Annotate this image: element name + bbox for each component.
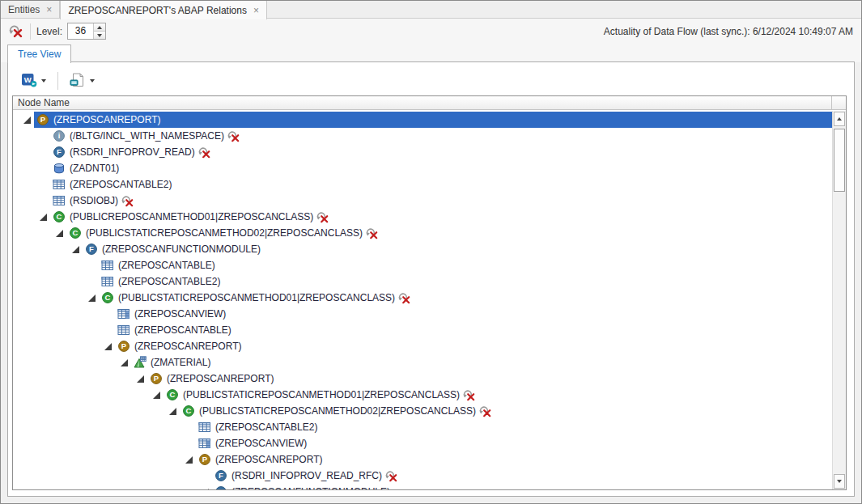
node-label: (ZREPOSCANREPORT) [167, 373, 274, 384]
database-icon [53, 162, 66, 175]
tree-row[interactable]: C(PUBLICSTATICREPOSCANMETHOD02|ZREPOSCAN… [13, 403, 832, 419]
function-icon: F [214, 469, 227, 482]
expander-icon[interactable] [72, 243, 85, 256]
tree-row[interactable]: P(ZREPOSCANREPORT) [13, 371, 832, 387]
column-header-label: Node Name [18, 97, 70, 108]
expander-icon[interactable] [202, 485, 214, 489]
svg-text:F: F [219, 471, 223, 480]
print-preview-icon [70, 73, 86, 90]
table-icon [101, 275, 114, 288]
tree-row[interactable]: (ZREPOSCANTABLE2) [13, 273, 832, 290]
node-label: (PUBLICSTATICREPOSCANMETHOD01|ZREPOSCANC… [183, 389, 460, 400]
tree-row[interactable]: (ZMATERIAL) [13, 354, 832, 371]
toolbar-separator [57, 72, 58, 90]
svg-text:F: F [89, 244, 94, 253]
node-label: (ZREPOSCANTABLE2) [118, 276, 220, 287]
table-icon [53, 178, 66, 191]
tree-row[interactable]: P(ZREPOSCANREPORT) [13, 451, 832, 468]
level-value[interactable]: 36 [68, 23, 93, 39]
chevron-down-icon[interactable] [41, 79, 46, 83]
refresh-failed-icon [398, 292, 410, 304]
scrollbar-thumb[interactable] [834, 129, 845, 192]
svg-text:P: P [40, 115, 46, 124]
tab-tree-view[interactable]: Tree View [7, 44, 71, 63]
tree-row[interactable]: (ZREPOSCANVIEW) [13, 306, 832, 322]
tree-row[interactable]: i(/BLTG/INCL_WITH_NAMESPACE) [13, 128, 832, 144]
refresh-failed-icon [385, 470, 397, 482]
tree-row[interactable]: (ZREPOSCANTABLE2) [13, 419, 832, 435]
node-label: (ZMATERIAL) [151, 357, 210, 368]
close-icon[interactable]: × [253, 6, 259, 15]
tree-row[interactable]: P(ZREPOSCANREPORT) [13, 112, 832, 128]
scroll-up-button[interactable] [834, 112, 845, 126]
expander-icon[interactable] [40, 210, 53, 223]
tree-row[interactable]: P(ZREPOSCANREPORT) [13, 338, 832, 354]
actuality-status-text: Actuality of Data Flow (last sync.): 6/1… [604, 19, 853, 44]
tree-row[interactable]: C(PUBLICSTATICREPOSCANMETHOD01|ZREPOSCAN… [13, 290, 832, 306]
column-header-node-name[interactable]: Node Name [13, 96, 846, 110]
tree-row[interactable]: (RSDIOBJ) [13, 193, 832, 209]
tree-row[interactable]: C(PUBLICREPOSCANMETHOD01|ZREPOSCANCLASS) [13, 209, 832, 225]
content-panel: W Node Name P(ZREPOSCANREPORT)i(/BLTG/IN… [7, 61, 855, 497]
node-label: (RSDIOBJ) [70, 195, 118, 206]
tree-row[interactable]: F(ZREPOSCANFUNCTIONMODULE) [13, 484, 832, 489]
tree-row[interactable]: F(RSDRI_INFOPROV_READ_RFC) [13, 468, 832, 484]
node-label: (ZREPOSCANTABLE) [134, 324, 231, 336]
close-icon[interactable]: × [46, 5, 52, 15]
chevron-down-icon[interactable] [90, 79, 95, 83]
tab-abap-relations[interactable]: ZREPOSCANREPORT's ABAP Relations × [60, 1, 267, 19]
print-preview-button[interactable] [66, 71, 98, 91]
node-label: (RSDRI_INFOPROV_READ) [70, 146, 195, 158]
expander-icon[interactable] [137, 372, 150, 385]
export-word-button[interactable]: W [18, 71, 49, 91]
level-spinner[interactable]: 36 [67, 23, 106, 40]
refresh-failed-icon[interactable] [9, 24, 23, 39]
node-label: (RSDRI_INFOPROV_READ_RFC) [231, 470, 382, 481]
infoobject-icon [134, 356, 146, 369]
expander-icon[interactable] [88, 291, 101, 304]
expander-icon[interactable] [104, 340, 117, 353]
node-label: (PUBLICSTATICREPOSCANMETHOD01|ZREPOSCANC… [118, 292, 395, 303]
main-toolbar: Level: 36 Actuality of Data Flow (last s… [1, 19, 861, 44]
expander-icon[interactable] [153, 388, 166, 401]
tree-row[interactable]: (ZREPOSCANTABLE2) [13, 176, 832, 193]
class-icon: C [182, 404, 195, 417]
tree-row[interactable]: F(ZREPOSCANFUNCTIONMODULE) [13, 241, 832, 257]
document-tab-bar: Entities × ZREPOSCANREPORT's ABAP Relati… [1, 1, 861, 19]
tree-row[interactable]: C(PUBLICSTATICREPOSCANMETHOD02|ZREPOSCAN… [13, 225, 832, 241]
expander-icon[interactable] [169, 404, 182, 417]
expander-icon[interactable] [121, 356, 134, 369]
tab-entities[interactable]: Entities × [1, 1, 60, 19]
tree-row[interactable]: (ZREPOSCANVIEW) [13, 435, 832, 451]
node-label: (ZADNT01) [70, 163, 119, 174]
svg-text:C: C [170, 390, 176, 399]
view-icon [117, 307, 130, 320]
program-icon: P [198, 453, 211, 466]
tree-row[interactable]: C(PUBLICSTATICREPOSCANMETHOD01|ZREPOSCAN… [13, 387, 832, 403]
expander-icon[interactable] [23, 113, 36, 126]
tree-row[interactable]: (ZREPOSCANTABLE) [13, 257, 832, 273]
tab-label: Entities [8, 4, 40, 15]
function-icon: F [53, 146, 66, 159]
tree-row[interactable]: (ZADNT01) [13, 160, 832, 176]
spin-up-button[interactable] [94, 23, 105, 31]
expander-icon[interactable] [185, 453, 198, 466]
svg-text:F: F [57, 147, 62, 156]
program-icon: P [117, 340, 130, 353]
refresh-failed-icon [316, 211, 329, 223]
view-tab-strip: Tree View [1, 44, 861, 62]
tree-row[interactable]: (ZREPOSCANTABLE) [13, 322, 832, 338]
node-label: (ZREPOSCANREPORT) [215, 454, 322, 465]
tree-row[interactable]: F(RSDRI_INFOPROV_READ) [13, 144, 832, 160]
expander-icon[interactable] [56, 227, 69, 239]
svg-text:C: C [105, 293, 111, 302]
program-icon: P [36, 113, 49, 126]
node-label: (ZREPOSCANFUNCTIONMODULE) [102, 244, 261, 255]
node-label: (PUBLICSTATICREPOSCANMETHOD02|ZREPOSCANC… [86, 227, 363, 239]
vertical-scrollbar[interactable] [832, 111, 846, 489]
tab-label: ZREPOSCANREPORT's ABAP Relations [68, 5, 247, 16]
scroll-down-button[interactable] [834, 474, 845, 489]
spin-down-button[interactable] [94, 31, 105, 39]
table-icon [117, 324, 130, 337]
refresh-failed-icon [463, 389, 475, 401]
